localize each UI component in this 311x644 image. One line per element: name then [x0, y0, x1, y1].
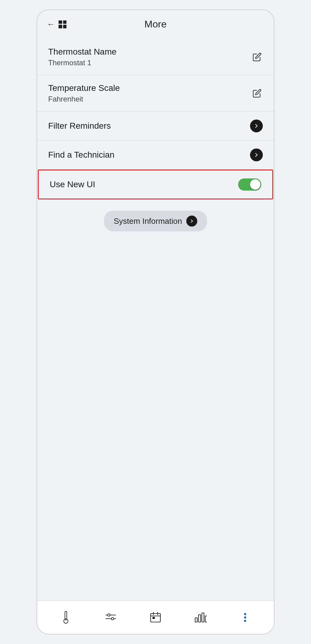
temperature-scale-value: Fahrenheit — [48, 95, 120, 103]
find-technician-item[interactable]: Find a Technician — [37, 141, 274, 170]
find-technician-title: Find a Technician — [48, 150, 114, 160]
filter-reminders-content: Filter Reminders — [48, 121, 111, 131]
svg-point-16 — [244, 613, 246, 615]
more-icon — [238, 611, 252, 624]
thermostat-name-value: Thermostat 1 — [48, 59, 116, 67]
page-title: More — [145, 19, 167, 30]
temperature-scale-item[interactable]: Temperature Scale Fahrenheit — [37, 75, 274, 112]
thermostat-name-item[interactable]: Thermostat Name Thermostat 1 — [37, 39, 274, 75]
find-technician-content: Find a Technician — [48, 150, 114, 160]
svg-rect-11 — [153, 617, 155, 619]
nav-schedule[interactable] — [143, 608, 168, 627]
use-new-ui-toggle[interactable] — [238, 178, 261, 191]
svg-point-18 — [244, 620, 246, 622]
filter-reminders-title: Filter Reminders — [48, 121, 111, 131]
phone-container: ← More Thermostat Name Thermostat 1 — [37, 9, 274, 635]
svg-point-4 — [108, 614, 110, 616]
svg-rect-14 — [202, 613, 204, 622]
system-info-arrow-icon — [186, 216, 197, 227]
bottom-nav — [37, 600, 274, 634]
header-left: ← — [47, 20, 66, 29]
svg-rect-7 — [151, 614, 160, 622]
svg-rect-15 — [205, 616, 207, 622]
find-technician-arrow-icon[interactable] — [250, 148, 263, 161]
temperature-scale-edit-icon[interactable] — [251, 88, 263, 99]
toggle-knob — [250, 179, 260, 190]
system-info-button[interactable]: System Information — [104, 211, 207, 231]
thermostat-name-title: Thermostat Name — [48, 47, 116, 57]
schedule-icon — [149, 611, 162, 624]
filter-reminders-item[interactable]: Filter Reminders — [37, 112, 274, 141]
filter-reminders-arrow-icon[interactable] — [250, 120, 263, 132]
controls-icon — [104, 611, 117, 624]
nav-controls[interactable] — [98, 608, 123, 627]
thermostat-name-content: Thermostat Name Thermostat 1 — [48, 47, 116, 67]
thermostat-name-edit-icon[interactable] — [251, 51, 263, 63]
header: ← More — [37, 10, 274, 36]
svg-rect-12 — [195, 618, 197, 622]
system-info-section: System Information — [37, 200, 274, 242]
temperature-scale-content: Temperature Scale Fahrenheit — [48, 83, 120, 103]
svg-rect-0 — [65, 611, 67, 619]
usage-icon — [194, 611, 207, 624]
content-area: Thermostat Name Thermostat 1 Temperature… — [37, 36, 274, 600]
nav-more[interactable] — [232, 608, 258, 627]
back-button[interactable]: ← — [47, 20, 55, 29]
nav-temperature[interactable] — [53, 608, 79, 627]
svg-point-6 — [111, 617, 114, 620]
temperature-scale-title: Temperature Scale — [48, 83, 120, 93]
svg-point-17 — [244, 616, 246, 618]
use-new-ui-item[interactable]: Use New UI — [38, 170, 273, 199]
thermometer-icon — [59, 611, 73, 624]
use-new-ui-title: Use New UI — [50, 180, 95, 189]
grid-icon[interactable] — [59, 20, 66, 28]
nav-usage[interactable] — [188, 608, 213, 627]
svg-rect-13 — [198, 615, 201, 622]
system-info-label: System Information — [114, 216, 182, 226]
